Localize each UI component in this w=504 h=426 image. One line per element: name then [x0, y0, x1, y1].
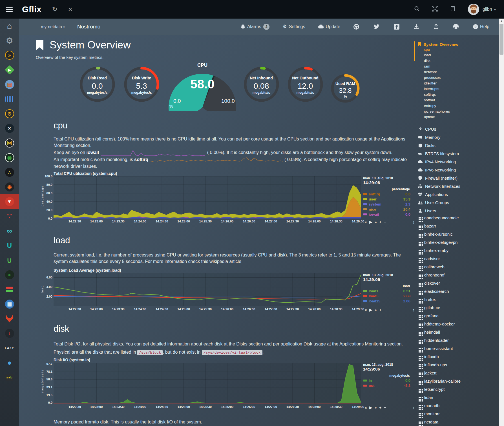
nav-subitem-uptime[interactable]: uptime: [418, 114, 499, 120]
nav-app-heimdall[interactable]: heimdall: [418, 329, 499, 337]
nav-app-binhex-emby[interactable]: binhex-emby: [418, 247, 499, 256]
nav-subitem-interrupts[interactable]: interrupts: [418, 86, 499, 92]
gauge-used-ram[interactable]: Used RAM32.8%: [331, 74, 360, 103]
nav-subitem-cpu[interactable]: cpu: [418, 47, 499, 52]
nav-app-calibreweb[interactable]: calibreweb: [418, 264, 499, 272]
app-tab-netdata-shield[interactable]: ▼: [0, 194, 19, 209]
facebook-icon[interactable]: [394, 24, 399, 30]
legend-load5[interactable]: load52.68: [363, 294, 410, 299]
zoom-in-icon[interactable]: +: [379, 405, 381, 410]
nav-app-jackett[interactable]: jackett: [418, 370, 499, 378]
chart-toolbar[interactable]: «▶»+−: [365, 220, 386, 224]
app-tab-bowtie-app[interactable]: ⋈: [0, 136, 19, 150]
nav-app-hddtemp-docker[interactable]: hddtemp-docker: [418, 321, 499, 329]
zoom-out-icon[interactable]: −: [384, 308, 386, 312]
nav-app-firefox[interactable]: firefox: [418, 296, 499, 305]
pan-right-icon[interactable]: »: [375, 308, 377, 312]
nav-section-firewall-netfilter-[interactable]: Firewall (netfilter): [418, 174, 499, 182]
changelog-icon[interactable]: [450, 6, 456, 13]
nav-section-btrfs-filesystem[interactable]: BTRFS filesystem: [418, 150, 499, 158]
nav-app-cadvisor[interactable]: cadvisor: [418, 256, 499, 264]
user-menu[interactable]: gilbn ▼: [483, 7, 497, 12]
nav-app-elasticsearch[interactable]: elasticsearch: [418, 288, 499, 296]
app-tab-jackett[interactable]: ⊙: [0, 106, 19, 121]
pan-left-icon[interactable]: «: [365, 220, 367, 224]
legend-user[interactable]: user35.3: [363, 197, 410, 202]
app-tab-u-green-app[interactable]: ∪: [0, 253, 19, 267]
app-tab-home[interactable]: ⌂: [0, 19, 19, 33]
gauge-net-outbound[interactable]: Net Outbound12.0megabits/s: [288, 66, 323, 102]
fullscreen-icon[interactable]: [432, 6, 438, 13]
nav-app-influxdb[interactable]: influxdb: [418, 354, 499, 362]
legend-nice[interactable]: nice20.4: [363, 207, 410, 212]
scrollbar-thumb[interactable]: [499, 24, 503, 55]
search-icon[interactable]: [414, 6, 420, 13]
legend-load1[interactable]: load16.51: [363, 289, 410, 294]
server-dropdown[interactable]: my-netdata ▾: [41, 24, 65, 29]
legend-in[interactable]: in0.0: [363, 378, 410, 383]
pan-right-icon[interactable]: »: [375, 220, 377, 224]
upload-icon[interactable]: [433, 24, 439, 30]
zoom-in-icon[interactable]: +: [379, 220, 381, 224]
pan-left-icon[interactable]: «: [365, 405, 367, 410]
nav-app-home-assistant[interactable]: home-assistant: [418, 345, 499, 354]
nav-app-diskover[interactable]: diskover: [418, 280, 499, 288]
nav-subitem-idlejitter[interactable]: idlejitter: [418, 81, 499, 86]
nav-section-cpus[interactable]: CPUs: [418, 125, 499, 133]
legend-load15[interactable]: load152.06: [363, 299, 410, 304]
disk-io-chart[interactable]: Disk I/O (system.io)megabytes/s97.778.15…: [37, 358, 416, 411]
zoom-out-icon[interactable]: −: [384, 405, 386, 410]
alarms-button[interactable]: Alarms2: [241, 24, 270, 30]
app-tab-pills-app[interactable]: [0, 282, 19, 297]
app-tab-download-app[interactable]: ↓: [0, 326, 19, 341]
gauge-net-inbound[interactable]: Net Inbound0.08megabits/s: [244, 66, 279, 102]
legend-iowait[interactable]: iowait0.0: [363, 212, 410, 217]
gauge-disk-read[interactable]: Disk Read0.0megabytes/s: [79, 66, 115, 102]
nav-subitem-softnet[interactable]: softnet: [418, 97, 499, 103]
window-scrollbar[interactable]: ▲: [499, 19, 504, 426]
legend-out[interactable]: out-5.3: [363, 383, 410, 388]
nav-app-bazarr[interactable]: bazarr: [418, 223, 499, 231]
nav-section-applications[interactable]: Applications: [418, 190, 499, 198]
app-tab-sabnzbd[interactable]: sab: [0, 370, 19, 385]
app-tab-emby[interactable]: ▶: [0, 63, 19, 77]
nav-section-user-groups[interactable]: User Groups: [418, 198, 499, 207]
nav-app-binhex-airsonic[interactable]: binhex-airsonic: [418, 231, 499, 239]
help-button[interactable]: ? Help: [473, 24, 489, 29]
app-tab-waveform[interactable]: [0, 92, 19, 106]
zoom-in-icon[interactable]: +: [379, 308, 381, 312]
app-tab-gear[interactable]: ⚙: [0, 33, 19, 48]
refresh-icon[interactable]: ↻: [52, 6, 57, 12]
nav-subitem-ram[interactable]: ram: [418, 64, 499, 69]
github-icon[interactable]: [353, 24, 359, 30]
nav-app-lidarr[interactable]: lidarr: [418, 394, 499, 403]
chart-plot-area[interactable]: [54, 363, 361, 404]
nav-app-hiddenloader[interactable]: hiddenloader: [418, 337, 499, 345]
chart-toolbar[interactable]: «▶»+−: [365, 308, 386, 312]
gauge-disk-write[interactable]: Disk Write5.3megabytes/s: [124, 66, 160, 102]
nav-system-overview[interactable]: System Overview: [418, 42, 499, 47]
app-tab-dark-green-app[interactable]: ●: [0, 267, 19, 282]
pan-right-icon[interactable]: »: [375, 405, 377, 410]
nav-app-apacheguacamole[interactable]: apacheguacamole: [418, 215, 499, 223]
app-tab-cluster-app[interactable]: ∵: [0, 209, 19, 224]
nav-subitem-processes[interactable]: processes: [418, 75, 499, 81]
app-tab-window-app[interactable]: ▣: [0, 297, 19, 311]
load-chart[interactable]: System Load Average (system.load)load6.0…: [37, 268, 416, 314]
nav-app-influxdb-ups[interactable]: influxdb-ups: [418, 362, 499, 370]
gauge-cpu[interactable]: CPU58.00.0100.0%: [167, 63, 238, 112]
close-tab-icon[interactable]: ×: [68, 6, 72, 13]
nav-section-memory[interactable]: Memory: [418, 133, 499, 141]
nav-section-network-interfaces[interactable]: Network Interfaces: [418, 182, 499, 190]
chart-plot-area[interactable]: [54, 273, 361, 306]
nav-app-grafana[interactable]: grafana: [418, 313, 499, 321]
avatar[interactable]: [468, 4, 479, 15]
scrollbar-up-arrow[interactable]: ▲: [499, 19, 504, 23]
app-tab-nodes-app[interactable]: ∴: [0, 165, 19, 180]
nav-subitem-ipc-semaphores[interactable]: ipc semaphores: [418, 109, 499, 114]
app-tab-swirl-app[interactable]: ◉: [0, 150, 19, 165]
nav-app-monitorr[interactable]: monitorr: [418, 411, 499, 419]
nav-app-lazylibrarian-calibre[interactable]: lazylibrarian-calibre: [418, 378, 499, 386]
nav-app-letsencrypt[interactable]: letsencrypt: [418, 386, 499, 394]
nav-app-binhex-delugevpn[interactable]: binhex-delugevpn: [418, 239, 499, 247]
